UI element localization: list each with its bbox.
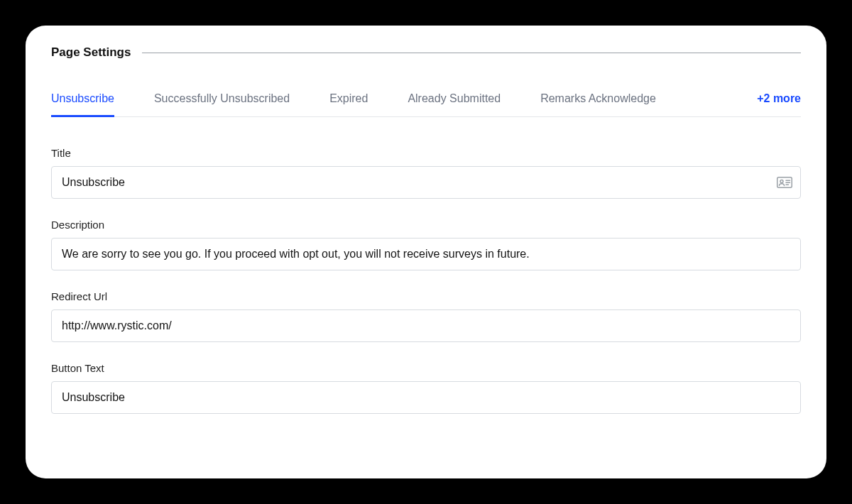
- field-redirect-url-input-wrap: [51, 309, 801, 342]
- tabs: Unsubscribe Successfully Unsubscribed Ex…: [51, 82, 801, 117]
- field-button-text-input-wrap: [51, 381, 801, 414]
- tab-already-submitted[interactable]: Already Submitted: [408, 82, 501, 116]
- field-button-text-label: Button Text: [51, 362, 801, 374]
- field-description-input-wrap: [51, 238, 801, 270]
- field-button-text: Button Text: [51, 362, 801, 414]
- tab-expired[interactable]: Expired: [329, 82, 368, 116]
- section-rule: [142, 53, 801, 53]
- field-redirect-url: Redirect Url: [51, 290, 801, 342]
- field-title-label: Title: [51, 147, 801, 159]
- page-settings-card: Page Settings Unsubscribe Successfully U…: [26, 26, 826, 478]
- field-title-input-wrap: [51, 166, 801, 199]
- field-redirect-url-label: Redirect Url: [51, 290, 801, 302]
- id-card-icon: [777, 177, 792, 188]
- tab-unsubscribe[interactable]: Unsubscribe: [51, 82, 114, 116]
- tab-remarks-acknowledge[interactable]: Remarks Acknowledge: [540, 82, 656, 116]
- tabs-more-button[interactable]: +2 more: [757, 82, 801, 116]
- field-title: Title: [51, 147, 801, 199]
- button-text-input[interactable]: [51, 381, 801, 414]
- field-description-label: Description: [51, 219, 801, 231]
- section-title: Page Settings: [51, 45, 131, 60]
- description-input[interactable]: [51, 238, 801, 270]
- svg-point-1: [780, 180, 783, 183]
- section-header: Page Settings: [51, 45, 801, 60]
- tab-successfully-unsubscribed[interactable]: Successfully Unsubscribed: [154, 82, 290, 116]
- field-description: Description: [51, 219, 801, 270]
- title-input[interactable]: [51, 166, 801, 199]
- redirect-url-input[interactable]: [51, 309, 801, 342]
